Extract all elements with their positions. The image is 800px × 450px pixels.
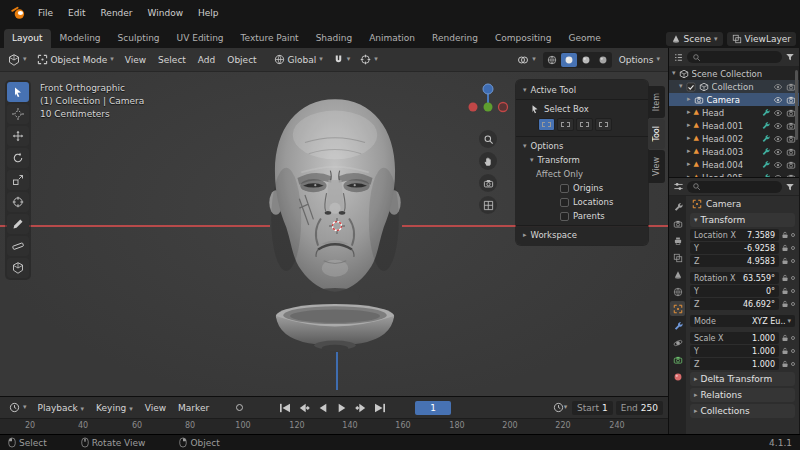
lock-icon[interactable] [781,334,789,342]
jump-to-end-button[interactable] [371,400,389,415]
menu-select[interactable]: Select [153,52,191,68]
camera-view-button[interactable] [479,174,497,192]
menu-view[interactable]: View [120,52,151,68]
menu-edit[interactable]: Edit [61,5,92,21]
filter-icon[interactable] [785,182,795,192]
outliner-row-head-001[interactable]: ▸▲ Head.001 [669,119,799,132]
workspace-tab-modeling[interactable]: Modeling [52,29,109,48]
playback-sync-button[interactable]: ▾ [551,400,569,415]
timeline-ruler[interactable]: 20 40 60 80 100 120 140 160 180 200 220 … [0,418,668,434]
eye-icon[interactable] [773,108,783,118]
select-mode-extend[interactable] [557,118,574,131]
render-camera-icon[interactable] [786,147,796,157]
animate-dot-icon[interactable] [791,259,795,263]
transform-panel-header[interactable]: ▾Transform [690,213,795,227]
tab-object[interactable] [670,301,685,316]
auto-keying-button[interactable] [230,400,248,415]
modifier-wrench-icon[interactable] [761,134,770,143]
workspace-tab-layout[interactable]: Layout [4,29,51,48]
tab-world[interactable] [670,284,685,299]
outliner-editor-icon[interactable] [673,52,684,63]
frame-end-field[interactable]: End250 [616,401,663,415]
select-box-tool[interactable] [7,82,29,102]
menu-help[interactable]: Help [191,5,226,21]
tab-output[interactable] [670,233,685,248]
pan-button[interactable] [479,152,497,170]
menu-marker[interactable]: Marker [173,400,214,416]
eye-icon[interactable] [773,95,783,105]
animate-dot-icon[interactable] [791,349,795,353]
eye-icon[interactable] [773,134,783,144]
menu-file[interactable]: File [31,5,60,21]
show-overlays-toggle[interactable]: ▾ [513,52,540,68]
lock-icon[interactable] [781,300,789,308]
menu-playback[interactable]: Playback ▾ [33,400,90,416]
timeline-editor-type-button[interactable]: ▾ [5,400,31,415]
play-button[interactable] [333,400,351,415]
menu-keying[interactable]: Keying ▾ [91,400,138,416]
parents-checkbox[interactable] [560,212,569,221]
tab-physics[interactable] [670,335,685,350]
options-header[interactable]: ▾Options [516,139,648,153]
workspace-tab-animation[interactable]: Animation [361,29,423,48]
proportional-edit-toggle[interactable]: ▾ [356,52,382,67]
tab-view-layer[interactable] [670,250,685,265]
animate-dot-icon[interactable] [791,336,795,340]
shading-wireframe-button[interactable] [544,53,560,67]
annotate-tool[interactable] [7,214,29,234]
frame-start-field[interactable]: Start1 [572,401,613,415]
workspace-tab-rendering[interactable]: Rendering [424,29,486,48]
lock-icon[interactable] [781,274,789,282]
location-x-field[interactable]: Location X7.3589 [690,229,779,241]
mode-dropdown[interactable]: Object Mode▾ [33,52,118,67]
tab-tool[interactable]: Tool [648,119,665,149]
outliner-row-head[interactable]: ▸▲ Head [669,106,799,119]
menu-add[interactable]: Add [193,52,220,68]
modifier-wrench-icon[interactable] [761,147,770,156]
menu-window[interactable]: Window [141,5,191,21]
render-camera-icon[interactable] [786,173,796,178]
delta-transform-panel[interactable]: ▸Delta Transform [690,372,795,386]
collections-panel[interactable]: ▸Collections [690,404,795,418]
rotation-z-field[interactable]: Z46.692° [690,298,779,310]
shading-solid-button[interactable] [561,53,577,67]
3d-viewport[interactable]: Front Orthographic (1) Collection | Came… [0,72,668,396]
select-mode-invert[interactable] [595,118,612,131]
animate-dot-icon[interactable] [791,276,795,280]
prev-keyframe-button[interactable] [295,400,313,415]
play-reverse-button[interactable] [314,400,332,415]
outliner-row-head-005[interactable]: ▸▲ Head.005 [669,171,799,177]
navigation-gizmo[interactable] [465,80,511,126]
animate-dot-icon[interactable] [791,302,795,306]
tab-material[interactable] [670,369,685,384]
collection-checkbox[interactable] [686,82,696,92]
lock-icon[interactable] [781,257,789,265]
relations-panel[interactable]: ▸Relations [690,388,795,402]
next-keyframe-button[interactable] [352,400,370,415]
transform-tool[interactable] [7,192,29,212]
shading-rendered-button[interactable] [595,53,611,67]
move-tool[interactable] [7,126,29,146]
scale-x-field[interactable]: Scale X1.000 [690,332,779,344]
scene-selector[interactable]: Scene ▾ [666,32,723,46]
modifier-wrench-icon[interactable] [761,160,770,169]
outliner-row-head-003[interactable]: ▸▲ Head.003 [669,145,799,158]
workspace-tab-sculpting[interactable]: Sculpting [110,29,168,48]
outliner-search-input[interactable] [687,51,782,63]
eye-icon[interactable] [773,160,783,170]
render-camera-icon[interactable] [786,160,796,170]
current-frame-field[interactable]: 1 [415,401,451,415]
eye-icon[interactable] [773,82,783,92]
ortho-toggle-button[interactable] [479,196,497,214]
rotation-x-field[interactable]: Rotation X63.559° [690,272,779,284]
workspace-header[interactable]: ▸Workspace [516,228,648,242]
outliner-scrollbar[interactable] [795,70,798,140]
select-mode-set[interactable] [538,118,555,131]
origins-checkbox[interactable] [560,184,569,193]
viewlayer-selector[interactable]: ViewLayer [727,32,796,46]
blender-menu-button[interactable] [6,4,30,22]
tab-object-data[interactable] [670,352,685,367]
transform-subheader[interactable]: ▾Transform [516,153,648,167]
lock-icon[interactable] [781,231,789,239]
outliner-row-head-004[interactable]: ▸▲ Head.004 [669,158,799,171]
